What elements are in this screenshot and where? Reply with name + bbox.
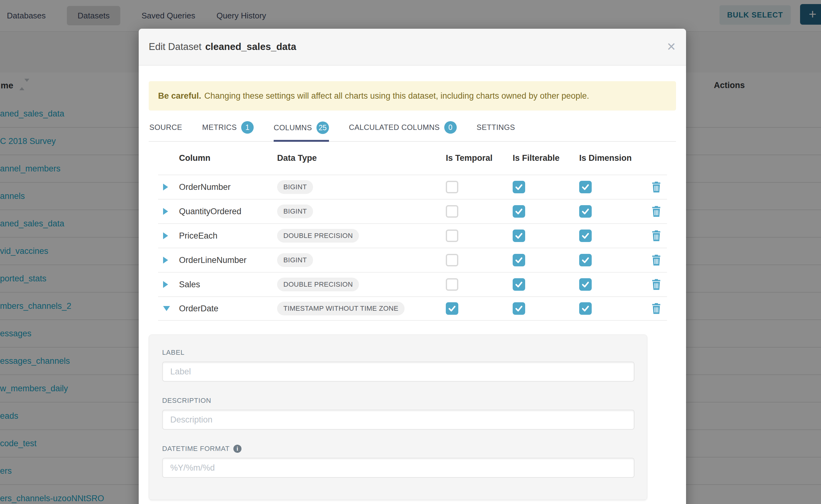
is-temporal-checkbox[interactable] [446,254,458,266]
warning-banner: Be careful. Changing these settings will… [149,81,676,111]
is-temporal-checkbox[interactable] [446,230,458,242]
expand-caret-icon[interactable] [158,232,179,239]
is-dimension-header: Is Dimension [579,153,645,163]
is-filterable-checkbox[interactable] [513,205,525,218]
data-type-pill: DOUBLE PRECISION [277,229,359,243]
trash-icon [651,254,661,266]
data-type-pill: DOUBLE PRECISION [277,278,359,291]
tab-settings[interactable]: SETTINGS [477,117,515,141]
close-icon[interactable]: ✕ [667,41,676,52]
label-field-group: LABEL [162,348,635,382]
is-filterable-checkbox[interactable] [513,181,525,193]
datetime-format-field-label: DATETIME FORMAT [162,445,230,453]
datetime-format-field-group: DATETIME FORMAT i [162,445,635,478]
column-name: QuantityOrdered [179,207,277,216]
tab-source[interactable]: SOURCE [149,117,182,141]
is-filterable-checkbox[interactable] [513,302,525,315]
is-filterable-checkbox[interactable] [513,278,525,291]
is-dimension-checkbox[interactable] [579,302,592,315]
edit-dataset-modal: Edit Datasetcleaned_sales_data ✕ Be care… [139,29,686,504]
info-icon[interactable]: i [233,445,241,453]
warning-bold: Be careful. [158,91,201,101]
is-temporal-checkbox[interactable] [446,205,458,218]
label-field-label: LABEL [162,348,635,357]
column-name: OrderNumber [179,182,277,192]
column-row: OrderLineNumberBIGINT [158,248,667,272]
column-row: QuantityOrderedBIGINT [158,199,667,223]
column-name: PriceEach [179,231,277,241]
is-dimension-checkbox[interactable] [579,230,592,242]
expand-caret-icon[interactable] [158,184,179,190]
label-input[interactable] [162,362,635,382]
tab-label: CALCULATED COLUMNS [349,123,440,132]
trash-icon [651,206,661,217]
column-name: Sales [179,280,277,289]
data-type-pill: BIGINT [277,205,313,218]
is-temporal-checkbox[interactable] [446,181,458,193]
tab-label: SETTINGS [477,123,515,132]
column-row: OrderDateTIMESTAMP WITHOUT TIME ZONE [158,296,667,321]
is-dimension-checkbox[interactable] [579,181,592,193]
trash-icon [651,181,661,193]
description-field-group: DESCRIPTION [162,397,635,430]
expand-caret-icon[interactable] [158,208,179,215]
modal-body: Be careful. Changing these settings will… [139,81,686,500]
column-row: PriceEachDOUBLE PRECISION [158,223,667,248]
tab-columns[interactable]: COLUMNS25 [274,117,329,142]
delete-column-button[interactable] [651,181,661,193]
is-temporal-header: Is Temporal [446,153,513,163]
column-name: OrderDate [179,304,277,314]
columns-table-header: Column Data Type Is Temporal Is Filterab… [158,142,667,175]
delete-column-button[interactable] [651,206,661,217]
description-field-label: DESCRIPTION [162,397,635,405]
is-temporal-checkbox[interactable] [446,302,458,315]
tab-calculated-columns[interactable]: CALCULATED COLUMNS0 [349,117,457,141]
is-temporal-checkbox[interactable] [446,278,458,291]
tab-label: SOURCE [149,123,182,132]
data-type-pill: BIGINT [277,180,313,194]
collapse-caret-icon[interactable] [158,306,179,311]
data-type-pill: BIGINT [277,253,313,267]
trash-icon [651,303,661,314]
columns-table: Column Data Type Is Temporal Is Filterab… [158,142,667,321]
expand-caret-icon[interactable] [158,281,179,288]
delete-column-button[interactable] [651,303,661,314]
tab-count-badge: 0 [444,121,457,134]
column-detail-panel: LABEL DESCRIPTION DATETIME FORMAT i [149,334,647,500]
trash-icon [651,230,661,241]
dataset-name: cleaned_sales_data [205,41,296,52]
tab-metrics[interactable]: METRICS1 [202,117,254,141]
delete-column-button[interactable] [651,230,661,241]
expand-caret-icon[interactable] [158,257,179,264]
datetime-format-input[interactable] [162,458,635,478]
modal-title: Edit Datasetcleaned_sales_data [149,41,296,52]
is-filterable-checkbox[interactable] [513,254,525,266]
delete-column-button[interactable] [651,279,661,290]
is-filterable-checkbox[interactable] [513,230,525,242]
data-type-header: Data Type [277,153,446,163]
is-dimension-checkbox[interactable] [579,254,592,266]
tab-count-badge: 1 [241,121,254,134]
warning-text: Changing these settings will affect all … [204,91,589,101]
modal-header: Edit Datasetcleaned_sales_data ✕ [139,29,686,66]
is-dimension-checkbox[interactable] [579,205,592,218]
column-row: OrderNumberBIGINT [158,175,667,199]
delete-column-button[interactable] [651,254,661,266]
modal-tabs: SOURCEMETRICS1COLUMNS25CALCULATED COLUMN… [149,117,676,142]
tab-label: COLUMNS [274,123,312,132]
is-dimension-checkbox[interactable] [579,278,592,291]
modal-title-prefix: Edit Dataset [149,41,201,52]
description-input[interactable] [162,410,635,430]
columns-rows: OrderNumberBIGINTQuantityOrderedBIGINTPr… [158,175,667,321]
tab-count-badge: 25 [316,121,329,134]
tab-label: METRICS [202,123,237,132]
data-type-pill: TIMESTAMP WITHOUT TIME ZONE [277,302,404,315]
is-filterable-header: Is Filterable [513,153,579,163]
trash-icon [651,279,661,290]
column-name: OrderLineNumber [179,255,277,265]
column-row: SalesDOUBLE PRECISION [158,272,667,296]
column-header: Column [179,153,277,163]
